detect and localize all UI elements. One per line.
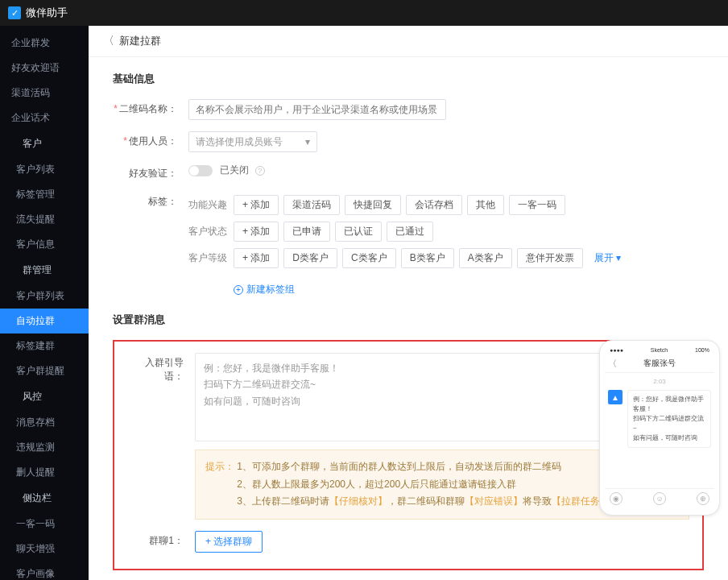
sidebar-item[interactable]: 客户画像 xyxy=(0,561,89,580)
phone-battery: 100% xyxy=(695,347,709,353)
voice-icon: ◉ xyxy=(610,492,623,505)
tags-label: 标签： xyxy=(113,192,177,209)
sidebar-item[interactable]: 渠道活码 xyxy=(0,81,89,106)
sidebar-item[interactable]: 客户群列表 xyxy=(0,284,89,309)
sidebar-item[interactable]: 一客一码 xyxy=(0,512,89,536)
sidebar-item[interactable]: 自动拉群 xyxy=(0,309,89,334)
back-icon[interactable]: 〈 xyxy=(103,34,114,48)
app-name: 微伴助手 xyxy=(26,6,68,20)
tag-chip[interactable]: + 添加 xyxy=(234,248,279,268)
section-basic-title: 基础信息 xyxy=(113,72,704,86)
emoji-icon: ☺ xyxy=(653,492,666,505)
plus-circle-icon: + xyxy=(234,285,243,295)
verify-switch[interactable] xyxy=(188,165,213,176)
tag-group-label: 客户状态 xyxy=(188,225,234,238)
tag-chip[interactable]: 会话存档 xyxy=(406,195,462,215)
expand-link[interactable]: 展开 ▾ xyxy=(594,251,621,265)
tag-chip[interactable]: 一客一码 xyxy=(509,195,565,215)
verify-status: 已关闭 xyxy=(220,164,249,176)
qr-name-label: *二维码名称： xyxy=(113,99,177,116)
tag-chip[interactable]: + 添加 xyxy=(234,222,279,242)
top-bar: ✓ 微伴助手 xyxy=(0,0,728,26)
phone-signal: ●●●● xyxy=(610,347,623,353)
new-tag-group-link[interactable]: + 新建标签组 xyxy=(234,283,295,296)
sidebar-item[interactable]: 企业群发 xyxy=(0,31,89,56)
page-header: 〈 新建拉群 xyxy=(89,26,728,57)
sidebar-item[interactable]: 客户列表 xyxy=(0,157,89,182)
tag-chip[interactable]: 意伴开发票 xyxy=(517,248,583,268)
add-icon: ⊕ xyxy=(697,492,709,505)
tag-group-label: 客户等级 xyxy=(188,251,234,265)
phone-avatar-icon: ▲ xyxy=(608,390,623,404)
tag-chip[interactable]: C类客户 xyxy=(342,248,396,268)
sidebar-item[interactable]: 删人提醒 xyxy=(0,460,89,485)
tag-chip[interactable]: 其他 xyxy=(467,195,504,215)
sidebar-section-head[interactable]: 侧边栏 xyxy=(0,485,89,512)
tag-chip[interactable]: 渠道活码 xyxy=(283,195,340,215)
tag-chip[interactable]: A类客户 xyxy=(459,248,512,268)
main-panel: 〈 新建拉群 基础信息 *二维码名称： *使用人员： 请选择使用成员账号 ▾ 好… xyxy=(89,26,728,580)
sidebar-item[interactable]: 客户信息 xyxy=(0,232,89,257)
qr-name-input[interactable] xyxy=(188,99,446,120)
user-label: *使用人员： xyxy=(113,131,177,148)
phone-preview: ●●●● Sketch 100% 〈 客服张号 2:03 ▲ 例：您好，我是微伴… xyxy=(599,340,720,516)
sidebar-section-head[interactable]: 客户 xyxy=(0,130,89,157)
sidebar-item[interactable]: 流失提醒 xyxy=(0,207,89,232)
phone-title: 客服张号 xyxy=(643,358,676,367)
tag-chip[interactable]: 已认证 xyxy=(335,222,382,242)
sidebar-item[interactable]: 标签管理 xyxy=(0,182,89,207)
page-title: 新建拉群 xyxy=(119,34,161,48)
tag-chip[interactable]: 快捷回复 xyxy=(345,195,401,215)
sidebar-item[interactable]: 违规监测 xyxy=(0,435,89,460)
group-label: 群聊1： xyxy=(127,531,184,548)
phone-carrier: Sketch xyxy=(651,347,668,353)
sidebar-item[interactable]: 标签建群 xyxy=(0,334,89,358)
intro-label: 入群引导语： xyxy=(127,353,184,383)
sidebar-section-head[interactable]: 风控 xyxy=(0,383,89,410)
sidebar-item[interactable]: 好友欢迎语 xyxy=(0,56,89,81)
chevron-down-icon: ▾ xyxy=(305,136,310,147)
sidebar: 企业群发好友欢迎语渠道活码企业话术客户客户列表标签管理流失提醒客户信息群管理客户… xyxy=(0,26,89,580)
tag-chip[interactable]: D类客户 xyxy=(283,248,337,268)
tag-chip[interactable]: B类客户 xyxy=(401,248,454,268)
tag-chip[interactable]: 已通过 xyxy=(387,222,433,242)
sidebar-item[interactable]: 企业话术 xyxy=(0,106,89,130)
sidebar-item[interactable]: 客户群提醒 xyxy=(0,358,89,383)
verify-label: 好友验证： xyxy=(113,164,177,180)
help-icon[interactable]: ? xyxy=(255,166,265,176)
phone-back-icon: 〈 xyxy=(608,358,617,370)
sidebar-item[interactable]: 聊天增强 xyxy=(0,536,89,561)
tag-group-label: 功能兴趣 xyxy=(188,198,234,212)
tag-chip[interactable]: + 添加 xyxy=(234,195,279,215)
phone-message-bubble: 例：您好，我是微伴助手客服！ 扫码下方二维码进群交流~ 如有问题，可随时咨询 xyxy=(627,390,711,448)
sidebar-section-head[interactable]: 群管理 xyxy=(0,257,89,284)
app-logo-icon: ✓ xyxy=(8,6,21,19)
select-group-button[interactable]: + 选择群聊 xyxy=(195,531,263,553)
sidebar-item[interactable]: 消息存档 xyxy=(0,410,89,435)
user-select[interactable]: 请选择使用成员账号 ▾ xyxy=(188,131,317,152)
section-group-title: 设置群消息 xyxy=(113,313,704,327)
phone-time: 2:03 xyxy=(605,378,714,385)
tag-chip[interactable]: 已申请 xyxy=(283,222,330,242)
